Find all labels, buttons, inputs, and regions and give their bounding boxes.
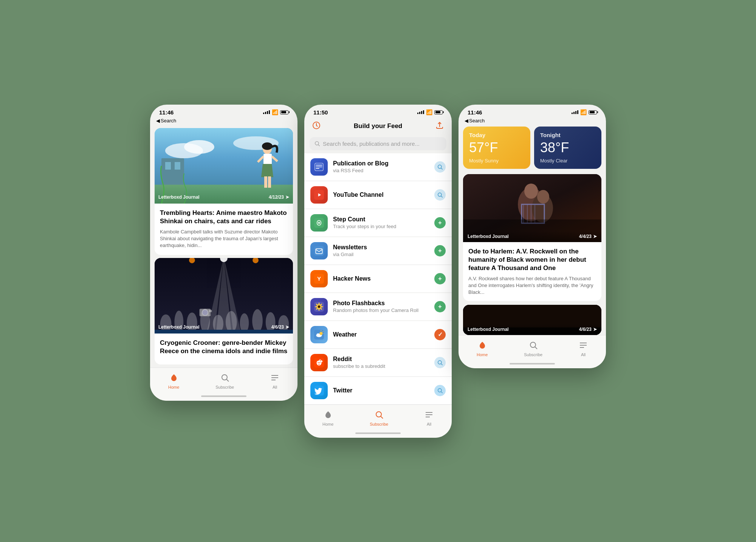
- nav-all-3[interactable]: All: [571, 339, 595, 358]
- lbxd-card-1[interactable]: Letterboxd Journal 4/4/23 ➤ Ode to Harle…: [463, 174, 601, 301]
- home-indicator-1: [150, 392, 297, 401]
- battery-icon-2: [434, 110, 443, 114]
- feed-item-steps[interactable]: Step Count Track your steps in your feed…: [304, 209, 452, 237]
- nav-subscribe-3[interactable]: Subscribe: [516, 339, 550, 358]
- feed-item-text-weather: Weather: [333, 331, 429, 338]
- article-image-1: Letterboxd Journal 4/12/23 ➤: [155, 128, 293, 204]
- today-period: Today: [469, 132, 524, 138]
- svg-line-92: [441, 392, 443, 393]
- svg-point-70: [318, 308, 319, 311]
- feed-item-weather[interactable]: Weather ✓: [304, 321, 452, 349]
- svg-line-57: [441, 196, 443, 198]
- feed-item-publication[interactable]: Publication or Blog via RSS Feed: [304, 153, 452, 181]
- action-search-youtube[interactable]: [434, 189, 446, 201]
- status-time-1: 11:46: [159, 109, 174, 116]
- article-badge-2: Letterboxd Journal 4/6/23 ➤: [158, 324, 289, 330]
- article-date-1: 4/12/23 ➤: [269, 195, 289, 200]
- nav-home-3[interactable]: Home: [469, 339, 495, 358]
- send-icon-2: ➤: [285, 324, 289, 330]
- svg-point-52: [438, 165, 442, 168]
- home-indicator-3: [459, 360, 606, 368]
- back-link-1[interactable]: ◀ Search: [150, 118, 297, 125]
- weather-tonight[interactable]: Tonight 38°F Mostly Clear: [534, 127, 601, 169]
- lbxd-desc-1: A.V. Rockwell shares how her debut featu…: [468, 275, 596, 296]
- battery-icon-3: [589, 110, 597, 114]
- feed-list: Publication or Blog via RSS Feed: [304, 153, 452, 405]
- status-icons-2: 📶: [417, 109, 443, 115]
- phone-weather: 11:46 📶 ◀ Search: [459, 105, 606, 369]
- search-icon-2: [314, 141, 320, 147]
- nav-subscribe-label-3: Subscribe: [524, 352, 542, 357]
- nav-home-2[interactable]: Home: [315, 409, 341, 428]
- svg-point-93: [376, 412, 381, 417]
- home-indicator-2: [304, 429, 452, 438]
- svg-line-36: [226, 380, 229, 382]
- action-add-newsletters[interactable]: +: [434, 245, 446, 256]
- status-time-3: 11:46: [468, 109, 482, 116]
- nav-subscribe-1[interactable]: Subscribe: [208, 372, 242, 391]
- bottom-nav-1: Home Subscribe: [150, 368, 297, 392]
- svg-line-53: [441, 168, 443, 170]
- nav-all-2[interactable]: All: [417, 409, 441, 428]
- lbxd-card-2[interactable]: Letterboxd Journal 4/6/23 ➤: [463, 305, 601, 335]
- action-search-publication[interactable]: [434, 161, 446, 173]
- svg-line-43: [318, 145, 320, 146]
- svg-point-66: [318, 303, 319, 305]
- feed-item-twitter[interactable]: Twitter: [304, 377, 452, 404]
- feed-item-reddit[interactable]: Reddit subscribe to a subreddit: [304, 349, 452, 377]
- feed-item-text-reddit: Reddit subscribe to a subreddit: [333, 356, 429, 369]
- timer-icon[interactable]: [312, 121, 321, 132]
- back-link-3[interactable]: ◀ Search: [459, 118, 606, 125]
- feed-item-text-steps: Step Count Track your steps in your feed: [333, 216, 429, 229]
- lbxd-badge-2: Letterboxd Journal 4/6/23 ➤: [463, 324, 601, 335]
- article-card-2[interactable]: Letterboxd Journal 4/6/23 ➤ Cryogenic Cr…: [155, 258, 293, 364]
- weather-today[interactable]: Today 57°F Mostly Sunny: [463, 127, 530, 169]
- svg-rect-14: [268, 176, 271, 188]
- action-search-reddit[interactable]: [434, 357, 446, 368]
- svg-point-9: [262, 142, 273, 150]
- svg-point-56: [438, 193, 442, 196]
- signal-icon-2: [417, 110, 424, 114]
- feed-item-photos[interactable]: Photo Flashbacks Random photos from your…: [304, 293, 452, 321]
- twitter-icon: [310, 382, 328, 399]
- feed-item-hackernews[interactable]: Y Hacker News +: [304, 265, 452, 293]
- action-add-hackernews[interactable]: +: [434, 273, 446, 284]
- article-source-2: Letterboxd Journal: [158, 324, 200, 330]
- svg-line-87: [317, 361, 318, 361]
- feed-item-newsletters[interactable]: Newsletters via Gmail +: [304, 237, 452, 265]
- nav-subscribe-2[interactable]: Subscribe: [362, 409, 396, 428]
- article-desc-1: Kambole Campbell talks with Suzume direc…: [160, 229, 288, 249]
- action-add-photos[interactable]: +: [434, 301, 446, 312]
- lbxd-text-1: Ode to Harlem: A.V. Rockwell on the huma…: [463, 242, 601, 301]
- svg-point-2: [184, 140, 214, 154]
- nav-home-1[interactable]: Home: [161, 372, 187, 391]
- svg-text:Y: Y: [317, 275, 321, 282]
- today-temp: 57°F: [469, 140, 524, 156]
- phone-home: 11:46 📶 ◀ Search: [150, 105, 297, 401]
- feed-item-youtube[interactable]: YouTube Channel: [304, 181, 452, 209]
- action-search-twitter[interactable]: [434, 385, 446, 396]
- article-title-1: Trembling Hearts: Anime maestro Makoto S…: [160, 209, 288, 225]
- article-text-2: Cryogenic Crooner: genre-bender Mickey R…: [155, 334, 293, 364]
- article-date-2: 4/6/23 ➤: [271, 324, 289, 330]
- subscribe-icon-2: [375, 410, 384, 421]
- svg-rect-5: [165, 162, 171, 170]
- photos-icon: [310, 298, 328, 315]
- home-icon-3: [478, 341, 487, 351]
- nav-all-1[interactable]: All: [263, 372, 287, 391]
- home-icon-1: [169, 373, 178, 384]
- article-card-1[interactable]: Letterboxd Journal 4/12/23 ➤ Trembling H…: [155, 128, 293, 255]
- svg-point-112: [530, 342, 536, 347]
- reddit-icon: [310, 354, 328, 371]
- phone-feed: 11:50 📶: [304, 105, 452, 438]
- svg-point-72: [315, 306, 318, 307]
- action-add-steps[interactable]: +: [434, 217, 446, 229]
- search-bar-2[interactable]: Search feeds, publications and more...: [310, 137, 446, 150]
- upload-icon[interactable]: [435, 121, 444, 132]
- rss-icon: [310, 158, 328, 176]
- bottom-nav-3: Home Subscribe: [459, 335, 606, 360]
- youtube-icon: [310, 186, 328, 204]
- svg-line-94: [381, 416, 383, 418]
- action-check-weather[interactable]: ✓: [434, 329, 446, 340]
- status-bar-2: 11:50 📶: [304, 105, 452, 118]
